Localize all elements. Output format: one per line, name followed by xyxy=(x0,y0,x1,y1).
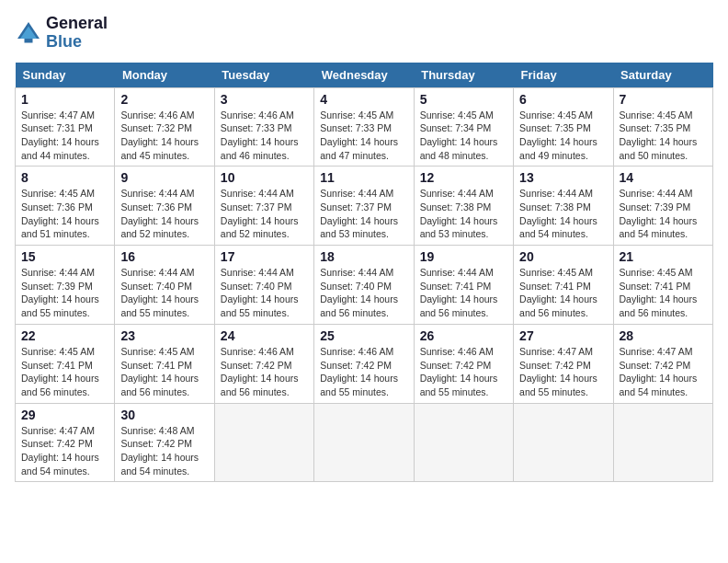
calendar-cell: 9Sunrise: 4:44 AM Sunset: 7:36 PM Daylig… xyxy=(115,167,214,246)
calendar-cell: 27Sunrise: 4:47 AM Sunset: 7:42 PM Dayli… xyxy=(514,324,613,403)
weekday-header-sunday: Sunday xyxy=(16,63,115,88)
calendar-cell: 23Sunrise: 4:45 AM Sunset: 7:41 PM Dayli… xyxy=(115,324,214,403)
calendar-cell: 2Sunrise: 4:46 AM Sunset: 7:32 PM Daylig… xyxy=(115,87,214,167)
day-number: 12 xyxy=(420,170,507,185)
calendar-cell: 29Sunrise: 4:47 AM Sunset: 7:42 PM Dayli… xyxy=(16,403,115,482)
calendar-cell xyxy=(514,403,613,482)
weekday-header-tuesday: Tuesday xyxy=(214,63,313,88)
day-info: Sunrise: 4:47 AM Sunset: 7:42 PM Dayligh… xyxy=(620,345,707,399)
calendar-cell xyxy=(414,403,513,482)
day-info: Sunrise: 4:44 AM Sunset: 7:40 PM Dayligh… xyxy=(120,266,208,320)
calendar-cell xyxy=(214,403,313,482)
logo-line1: General xyxy=(46,15,108,33)
calendar-week-5: 29Sunrise: 4:47 AM Sunset: 7:42 PM Dayli… xyxy=(16,403,713,482)
logo-icon xyxy=(15,19,42,47)
day-info: Sunrise: 4:48 AM Sunset: 7:42 PM Dayligh… xyxy=(120,424,208,478)
weekday-header-thursday: Thursday xyxy=(414,63,513,88)
day-info: Sunrise: 4:46 AM Sunset: 7:42 PM Dayligh… xyxy=(320,345,407,399)
day-info: Sunrise: 4:46 AM Sunset: 7:32 PM Dayligh… xyxy=(120,109,208,163)
day-info: Sunrise: 4:44 AM Sunset: 7:37 PM Dayligh… xyxy=(221,187,308,241)
page-header: General Blue xyxy=(15,15,713,52)
calendar-cell: 4Sunrise: 4:45 AM Sunset: 7:33 PM Daylig… xyxy=(314,87,414,167)
day-number: 6 xyxy=(519,92,607,107)
calendar-week-1: 1Sunrise: 4:47 AM Sunset: 7:31 PM Daylig… xyxy=(16,87,713,167)
day-info: Sunrise: 4:45 AM Sunset: 7:35 PM Dayligh… xyxy=(620,109,707,163)
calendar-cell: 1Sunrise: 4:47 AM Sunset: 7:31 PM Daylig… xyxy=(16,87,115,167)
day-info: Sunrise: 4:46 AM Sunset: 7:33 PM Dayligh… xyxy=(221,109,308,163)
calendar-cell: 21Sunrise: 4:45 AM Sunset: 7:41 PM Dayli… xyxy=(613,246,712,325)
calendar-cell: 5Sunrise: 4:45 AM Sunset: 7:34 PM Daylig… xyxy=(414,87,513,167)
day-number: 20 xyxy=(519,249,607,264)
calendar-cell: 28Sunrise: 4:47 AM Sunset: 7:42 PM Dayli… xyxy=(613,324,712,403)
calendar-cell: 11Sunrise: 4:44 AM Sunset: 7:37 PM Dayli… xyxy=(314,167,414,246)
day-number: 26 xyxy=(420,328,507,343)
day-number: 1 xyxy=(21,92,108,107)
day-info: Sunrise: 4:44 AM Sunset: 7:40 PM Dayligh… xyxy=(320,266,407,320)
calendar-cell: 13Sunrise: 4:44 AM Sunset: 7:38 PM Dayli… xyxy=(514,167,613,246)
calendar-cell: 20Sunrise: 4:45 AM Sunset: 7:41 PM Dayli… xyxy=(514,246,613,325)
day-number: 19 xyxy=(420,249,507,264)
calendar-week-4: 22Sunrise: 4:45 AM Sunset: 7:41 PM Dayli… xyxy=(16,324,713,403)
logo: General Blue xyxy=(15,15,108,52)
day-info: Sunrise: 4:44 AM Sunset: 7:36 PM Dayligh… xyxy=(120,187,208,241)
day-number: 30 xyxy=(120,408,208,422)
calendar-cell: 26Sunrise: 4:46 AM Sunset: 7:42 PM Dayli… xyxy=(414,324,513,403)
day-info: Sunrise: 4:44 AM Sunset: 7:38 PM Dayligh… xyxy=(519,187,607,241)
day-number: 25 xyxy=(320,328,407,343)
day-number: 24 xyxy=(221,328,308,343)
calendar-cell: 14Sunrise: 4:44 AM Sunset: 7:39 PM Dayli… xyxy=(613,167,712,246)
day-info: Sunrise: 4:45 AM Sunset: 7:34 PM Dayligh… xyxy=(420,109,507,163)
day-info: Sunrise: 4:44 AM Sunset: 7:41 PM Dayligh… xyxy=(420,266,507,320)
calendar-cell: 25Sunrise: 4:46 AM Sunset: 7:42 PM Dayli… xyxy=(314,324,414,403)
svg-rect-2 xyxy=(25,39,33,43)
day-info: Sunrise: 4:45 AM Sunset: 7:36 PM Dayligh… xyxy=(21,187,108,241)
day-info: Sunrise: 4:46 AM Sunset: 7:42 PM Dayligh… xyxy=(420,345,507,399)
calendar-cell: 30Sunrise: 4:48 AM Sunset: 7:42 PM Dayli… xyxy=(115,403,214,482)
calendar-cell xyxy=(314,403,414,482)
day-info: Sunrise: 4:44 AM Sunset: 7:40 PM Dayligh… xyxy=(221,266,308,320)
calendar-cell: 22Sunrise: 4:45 AM Sunset: 7:41 PM Dayli… xyxy=(16,324,115,403)
day-number: 3 xyxy=(221,92,308,107)
day-info: Sunrise: 4:44 AM Sunset: 7:39 PM Dayligh… xyxy=(620,187,707,241)
day-number: 11 xyxy=(320,170,407,185)
day-number: 16 xyxy=(120,249,208,264)
calendar-cell: 10Sunrise: 4:44 AM Sunset: 7:37 PM Dayli… xyxy=(214,167,313,246)
day-number: 22 xyxy=(21,328,108,343)
day-number: 27 xyxy=(519,328,607,343)
day-number: 2 xyxy=(120,92,208,107)
day-info: Sunrise: 4:45 AM Sunset: 7:35 PM Dayligh… xyxy=(519,109,607,163)
calendar-cell: 19Sunrise: 4:44 AM Sunset: 7:41 PM Dayli… xyxy=(414,246,513,325)
day-number: 29 xyxy=(21,408,108,422)
logo-line2: Blue xyxy=(46,33,108,52)
day-info: Sunrise: 4:46 AM Sunset: 7:42 PM Dayligh… xyxy=(221,345,308,399)
day-number: 5 xyxy=(420,92,507,107)
day-number: 13 xyxy=(519,170,607,185)
calendar-cell: 8Sunrise: 4:45 AM Sunset: 7:36 PM Daylig… xyxy=(16,167,115,246)
day-number: 8 xyxy=(21,170,108,185)
weekday-header-saturday: Saturday xyxy=(613,63,712,88)
day-info: Sunrise: 4:45 AM Sunset: 7:41 PM Dayligh… xyxy=(519,266,607,320)
weekday-header-wednesday: Wednesday xyxy=(314,63,414,88)
day-number: 18 xyxy=(320,249,407,264)
day-info: Sunrise: 4:45 AM Sunset: 7:41 PM Dayligh… xyxy=(620,266,707,320)
calendar-cell: 6Sunrise: 4:45 AM Sunset: 7:35 PM Daylig… xyxy=(514,87,613,167)
day-number: 9 xyxy=(120,170,208,185)
calendar-cell: 3Sunrise: 4:46 AM Sunset: 7:33 PM Daylig… xyxy=(214,87,313,167)
day-number: 15 xyxy=(21,249,108,264)
day-info: Sunrise: 4:47 AM Sunset: 7:42 PM Dayligh… xyxy=(519,345,607,399)
day-number: 28 xyxy=(620,328,707,343)
day-info: Sunrise: 4:45 AM Sunset: 7:41 PM Dayligh… xyxy=(120,345,208,399)
calendar-cell: 17Sunrise: 4:44 AM Sunset: 7:40 PM Dayli… xyxy=(214,246,313,325)
day-info: Sunrise: 4:44 AM Sunset: 7:39 PM Dayligh… xyxy=(21,266,108,320)
day-number: 21 xyxy=(620,249,707,264)
day-info: Sunrise: 4:45 AM Sunset: 7:41 PM Dayligh… xyxy=(21,345,108,399)
day-info: Sunrise: 4:47 AM Sunset: 7:42 PM Dayligh… xyxy=(21,424,108,478)
calendar-table: SundayMondayTuesdayWednesdayThursdayFrid… xyxy=(15,63,713,483)
day-info: Sunrise: 4:45 AM Sunset: 7:33 PM Dayligh… xyxy=(320,109,407,163)
calendar-cell: 16Sunrise: 4:44 AM Sunset: 7:40 PM Dayli… xyxy=(115,246,214,325)
day-number: 4 xyxy=(320,92,407,107)
calendar-cell: 24Sunrise: 4:46 AM Sunset: 7:42 PM Dayli… xyxy=(214,324,313,403)
day-number: 14 xyxy=(620,170,707,185)
day-number: 17 xyxy=(221,249,308,264)
calendar-cell: 15Sunrise: 4:44 AM Sunset: 7:39 PM Dayli… xyxy=(16,246,115,325)
